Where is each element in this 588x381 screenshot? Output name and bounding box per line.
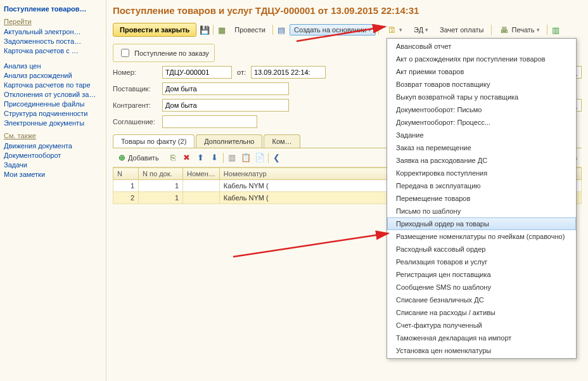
separator [223, 153, 224, 163]
sidebar-link[interactable]: Карточка расчетов с … [4, 47, 102, 55]
menu-item[interactable]: Задание [387, 129, 576, 141]
menu-item[interactable]: Документооборот: Письмо [387, 103, 576, 116]
sidebar-link[interactable]: Отклонения от условий за… [4, 91, 102, 98]
sidebar-link[interactable]: Задачи [4, 161, 102, 169]
plus-icon: ⊕ [118, 153, 125, 162]
menu-item[interactable]: Регистрация цен поставщика [387, 268, 576, 281]
fill-icon[interactable]: ▥ [226, 152, 238, 164]
sidebar-link[interactable]: Документооборот [4, 152, 102, 159]
menu-item[interactable]: Списание на расходы / активы [387, 306, 576, 319]
cell-nomk [183, 192, 220, 204]
menu-item[interactable]: Списание безналичных ДС [387, 294, 576, 306]
menu-item[interactable]: Возврат товаров поставщику [387, 78, 576, 91]
reports-icon[interactable]: ▥ [550, 24, 561, 36]
col-n[interactable]: N [113, 168, 139, 180]
agreement-input[interactable] [163, 117, 257, 127]
by-order-input[interactable] [121, 49, 129, 57]
annotation-arrow [233, 222, 398, 261]
sidebar-section-goto: Перейти [4, 18, 102, 25]
menu-item[interactable]: Размещение номенклатуры по ячейкам (спра… [387, 230, 576, 243]
number-input[interactable] [163, 67, 231, 77]
menu-item[interactable]: Документооборот: Процесс... [387, 116, 576, 129]
menu-item[interactable]: Акт приемки товаров [387, 65, 576, 78]
toolbar: Провести и закрыть 💾 ▦ Провести ▤ Создат… [113, 22, 582, 37]
menu-item[interactable]: Корректировка поступления [387, 167, 576, 179]
add-row-button[interactable]: ⊕ Добавить [113, 151, 165, 164]
sidebar-link[interactable]: Карточка расчетов по таре [4, 81, 102, 89]
sidebar-link[interactable]: Анализ расхождений [4, 72, 102, 79]
menu-item[interactable]: Заявка на расходование ДС [387, 154, 576, 167]
separator [213, 25, 214, 35]
separator [547, 25, 547, 35]
separator [272, 25, 273, 35]
menu-item[interactable]: Выкуп возвратной тары у поставщика [387, 91, 576, 103]
tab-comment[interactable]: Ком… [264, 134, 300, 148]
menu-item[interactable]: Письмо по шаблону [387, 205, 576, 217]
post-and-close-button[interactable]: Провести и закрыть [113, 23, 196, 37]
supplier-input[interactable] [163, 84, 288, 94]
menu-item[interactable]: Акт о расхождениях при поступлении товар… [387, 53, 576, 65]
chevron-down-icon: ▾ [368, 27, 371, 33]
cell-nomk [183, 180, 220, 192]
ed-button[interactable]: ЭД▾ [409, 24, 433, 36]
create-based-dropdown: Авансовый отчетАкт о расхождениях при по… [387, 38, 577, 359]
sidebar-link[interactable]: Структура подчиненности [4, 110, 102, 117]
doc-icon[interactable]: ▤ [276, 24, 287, 36]
counterparty-field[interactable] [162, 99, 289, 112]
menu-item[interactable]: Счет-фактура полученный [387, 319, 576, 332]
menu-item[interactable]: Авансовый отчет [387, 40, 576, 53]
post-button[interactable]: Провести [230, 24, 270, 36]
sidebar-section-seealso: См. также [4, 132, 102, 139]
copy-row-icon[interactable]: ⎘ [167, 152, 179, 164]
date-input[interactable] [252, 67, 325, 77]
agreement-label: Соглашение: [113, 118, 157, 126]
save-icon[interactable]: 💾 [199, 24, 210, 36]
sidebar-link[interactable]: Актуальный электрон… [4, 28, 102, 36]
menu-item[interactable]: Установка цен номенклатуры [387, 344, 576, 357]
menu-item[interactable]: Реализация товаров и услуг [387, 255, 576, 268]
move-down-icon[interactable]: ⬇ [209, 152, 220, 164]
sidebar-link[interactable]: Мои заметки [4, 171, 102, 178]
counterparty-label: Контрагент: [113, 101, 157, 109]
sidebar-link[interactable]: Задолженность поста… [4, 37, 102, 45]
menu-item[interactable]: Сообщение SMS по шаблону [387, 281, 576, 294]
menu-item[interactable]: Таможенная декларация на импорт [387, 332, 576, 344]
counterparty-input[interactable] [163, 100, 288, 110]
menu-item[interactable]: Заказ на перемещение [387, 141, 576, 154]
create-based-on-button[interactable]: Создать на основании▾ [290, 24, 376, 36]
move-up-icon[interactable]: ⬆ [195, 152, 207, 164]
menu-item[interactable]: Расходный кассовый ордер [387, 243, 576, 255]
print-button[interactable]: 🖶Печать▾ [494, 22, 544, 37]
offset-payment-button[interactable]: Зачет оплаты [435, 24, 488, 36]
sidebar-link[interactable]: Присоединенные файлы [4, 100, 102, 108]
main-pane: Поступление товаров и услуг ТДЦУ-000001 … [106, 0, 588, 381]
supplier-field[interactable] [162, 82, 289, 95]
copy-icon[interactable]: 📄 [254, 152, 265, 164]
from-label: от: [237, 68, 246, 76]
post-icon[interactable]: ▦ [216, 24, 227, 36]
printer-icon: 🖶 [499, 24, 510, 36]
sidebar-link[interactable]: Электронные документы [4, 119, 102, 127]
sidebar-link[interactable]: Анализ цен [4, 62, 102, 70]
sidebar-link[interactable]: Движения документа [4, 142, 102, 150]
by-order-checkbox[interactable]: Поступление по заказу [113, 44, 215, 62]
menu-item[interactable]: Приходный ордер на товары [387, 217, 576, 230]
by-order-label: Поступление по заказу [134, 49, 209, 57]
col-ndoc[interactable]: N по док. [139, 168, 183, 180]
share-icon[interactable]: ❮ [271, 152, 283, 164]
col-nomen-short[interactable]: Номен… [183, 168, 220, 180]
number-field[interactable] [162, 66, 232, 79]
date-field[interactable] [251, 66, 326, 79]
page-title: Поступление товаров и услуг ТДЦУ-000001 … [113, 5, 582, 16]
paste-icon[interactable]: 📋 [240, 152, 252, 164]
cell-ndoc: 1 [139, 192, 183, 204]
menu-item[interactable]: Перемещение товаров [387, 192, 576, 205]
menu-item[interactable]: Передача в эксплуатацию [387, 179, 576, 192]
separator [491, 25, 492, 35]
tab-additional[interactable]: Дополнительно [196, 134, 262, 148]
delete-row-icon[interactable]: ✖ [181, 152, 193, 164]
agreement-field[interactable] [162, 115, 257, 128]
separator [268, 153, 269, 163]
attach-button[interactable]: 🖺▾ [381, 22, 407, 37]
tab-goods[interactable]: Товары по факту (2) [113, 134, 195, 148]
